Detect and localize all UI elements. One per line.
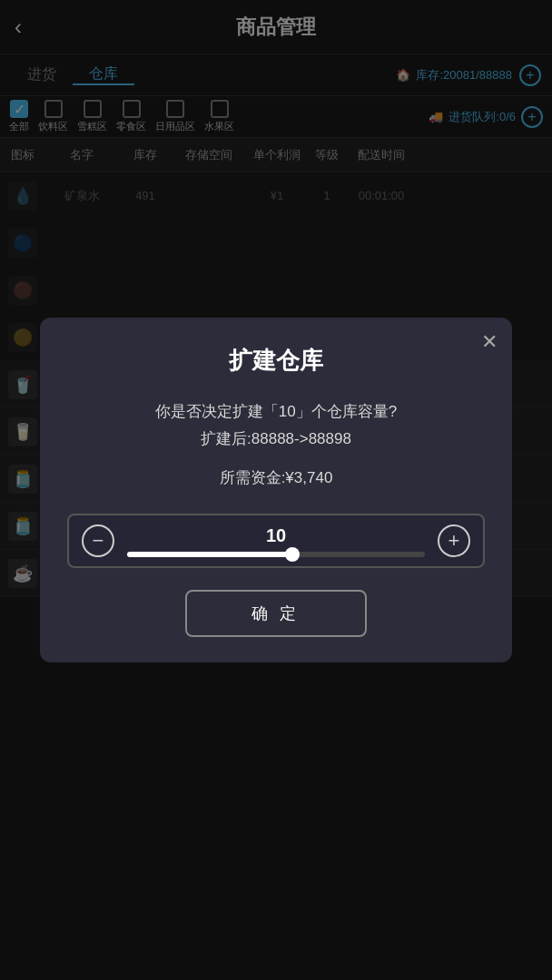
slider-track (127, 552, 425, 557)
slider-plus-button[interactable]: + (438, 524, 470, 557)
slider-value: 10 (266, 525, 286, 546)
expand-warehouse-modal: ✕ 扩建仓库 你是否决定扩建「10」个仓库容量? 扩建后:88888->8889… (40, 318, 512, 663)
slider-thumb[interactable] (285, 547, 300, 562)
modal-title: 扩建仓库 (67, 345, 485, 377)
modal-body: 你是否决定扩建「10」个仓库容量? 扩建后:88888->88898 所需资金:… (67, 398, 485, 493)
slider-fill (127, 552, 291, 557)
slider-minus-button[interactable]: − (82, 524, 114, 557)
modal-cost: 所需资金:¥3,740 (67, 465, 485, 493)
slider-center: 10 (127, 525, 425, 557)
modal-after-build: 扩建后:88888->88898 (67, 426, 485, 454)
slider-container: − 10 + (67, 514, 485, 568)
modal-question: 你是否决定扩建「10」个仓库容量? (67, 398, 485, 426)
confirm-button[interactable]: 确 定 (185, 590, 367, 637)
modal-overlay: ✕ 扩建仓库 你是否决定扩建「10」个仓库容量? 扩建后:88888->8889… (0, 0, 552, 980)
modal-close-button[interactable]: ✕ (481, 330, 498, 354)
